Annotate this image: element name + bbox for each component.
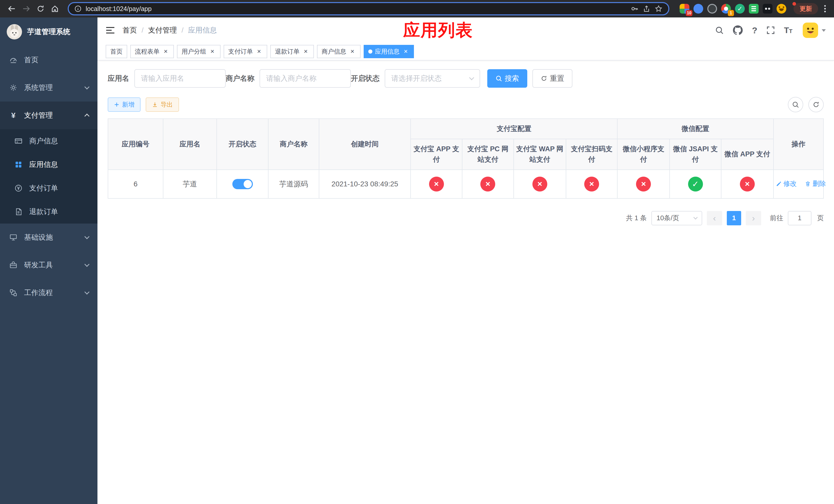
extension-grid-icon[interactable]: 10 [680,4,689,14]
wechat-mini-status-icon [636,177,651,191]
menu-label: 研发工具 [24,260,53,270]
extension-recorder-icon[interactable]: 1 [721,4,731,14]
add-button[interactable]: 新增 [108,97,140,112]
reset-button[interactable]: 重置 [532,69,572,88]
browser-menu-button[interactable] [821,5,829,12]
chevron-down-icon [84,290,89,295]
url-text: localhost:1024/pay/app [86,5,627,13]
chevron-down-icon [84,234,89,239]
extension-tampermonkey-icon[interactable] [763,4,772,14]
edit-button[interactable]: 修改 [776,179,797,188]
chevron-up-icon [84,114,89,119]
sidebar-item-refund-order[interactable]: 退款订单 [0,200,97,224]
browser-toolbar: localhost:1024/pay/app 10 1 ✓ 更新 [0,0,834,18]
col-wx-jsapi: 微信 JSAPI 支付 [670,139,721,170]
forward-button[interactable] [20,2,33,15]
col-alipay-pc: 支付宝 PC 网站支付 [462,139,514,170]
next-page-button[interactable]: › [746,211,761,225]
sidebar-item-home[interactable]: 首页 [0,46,97,74]
menu-label: 工作流程 [24,288,53,298]
menu-label: 支付订单 [29,183,58,193]
tag-refund-order[interactable]: 退款订单× [270,45,314,58]
status-select[interactable]: 请选择开启状态 [385,69,480,88]
goto-label: 前往 [770,213,783,223]
extension-note-icon[interactable] [749,4,759,14]
avatar [803,23,818,38]
col-wx-mini: 微信小程序支付 [617,139,670,170]
cell-status [217,170,268,199]
sidebar-item-merchant-info[interactable]: 商户信息 [0,129,97,153]
help-icon[interactable]: ? [752,25,757,36]
sidebar-item-pay-order[interactable]: 支付订单 [0,176,97,200]
extension-dark-icon[interactable] [707,4,717,14]
extension-face-icon[interactable] [776,4,786,14]
share-icon[interactable] [643,5,650,13]
page-size-select[interactable]: 10条/页 [652,211,702,225]
merchant-name-input[interactable] [260,69,351,88]
extension-check-icon[interactable]: ✓ [735,4,745,14]
breadcrumb-payment[interactable]: 支付管理 [148,25,177,35]
extension-badge: 1 [728,10,734,16]
merchant-name-label: 商户名称 [226,74,255,83]
sidebar-item-app-info[interactable]: 应用信息 [0,153,97,176]
tag-pay-order[interactable]: 支付订单× [224,45,267,58]
search-icon[interactable] [715,26,724,35]
close-icon[interactable]: × [349,48,356,55]
menu-label: 系统管理 [24,83,53,93]
delete-button[interactable]: 删除 [805,179,826,188]
search-button[interactable]: 搜索 [487,69,527,88]
reload-button[interactable] [34,2,47,15]
col-app-name: 应用名 [163,119,217,170]
sidebar-item-workflow[interactable]: 工作流程 [0,279,97,306]
toggle-search-button[interactable] [788,97,803,112]
status-toggle[interactable] [232,179,253,189]
tag-user-group[interactable]: 用户分组× [177,45,221,58]
github-icon[interactable] [733,25,743,35]
gear-icon [9,84,18,92]
breadcrumb-home[interactable]: 首页 [123,25,137,35]
tag-home[interactable]: 首页 [106,45,127,58]
tag-merchant-info[interactable]: 商户信息× [317,45,360,58]
goto-page-input[interactable] [788,211,811,225]
sidebar-item-payment[interactable]: ¥ 支付管理 [0,101,97,129]
extension-badge: 10 [686,10,693,16]
font-size-icon[interactable]: TT [784,26,792,35]
chevron-down-icon [469,75,474,80]
logo-avatar [7,24,22,40]
col-app-id: 应用编号 [108,119,163,170]
app-table: 应用编号 应用名 开启状态 商户名称 创建时间 支付宝配置 微信配置 操作 支付… [108,118,824,199]
browser-update-button[interactable]: 更新 [793,3,818,14]
page-number-1[interactable]: 1 [727,211,741,225]
tag-app-info[interactable]: 应用信息× [364,45,414,58]
password-key-icon[interactable] [631,5,639,13]
site-info-icon[interactable] [74,5,82,12]
close-icon[interactable]: × [209,48,216,55]
close-icon[interactable]: × [302,48,309,55]
navbar-actions: ? TT [715,23,826,38]
sidebar-toggle-icon[interactable] [106,26,115,35]
export-button[interactable]: 导出 [146,97,179,112]
table-tools [788,97,824,112]
refresh-button[interactable] [808,97,824,112]
address-bar[interactable]: localhost:1024/pay/app [68,2,670,15]
home-button[interactable] [48,2,62,15]
fullscreen-icon[interactable] [767,26,775,35]
back-button[interactable] [5,2,19,15]
sidebar-item-devtools[interactable]: 研发工具 [0,251,97,279]
sidebar-item-infrastructure[interactable]: 基础设施 [0,224,97,251]
app-name-input[interactable] [134,69,226,88]
tag-process-form[interactable]: 流程表单× [130,45,174,58]
document-icon [14,208,23,216]
close-icon[interactable]: × [256,48,263,55]
update-label: 更新 [799,5,812,13]
cell-app-id: 6 [108,170,163,199]
bookmark-star-icon[interactable] [655,5,663,13]
close-icon[interactable]: × [162,48,169,55]
alipay-pc-status-icon [480,177,495,191]
user-menu[interactable] [803,23,826,38]
yen-icon: ¥ [9,111,18,120]
prev-page-button[interactable]: ‹ [707,211,722,225]
close-icon[interactable]: × [402,48,409,55]
sidebar-item-system[interactable]: 系统管理 [0,74,97,101]
extension-blue-icon[interactable] [694,4,703,14]
